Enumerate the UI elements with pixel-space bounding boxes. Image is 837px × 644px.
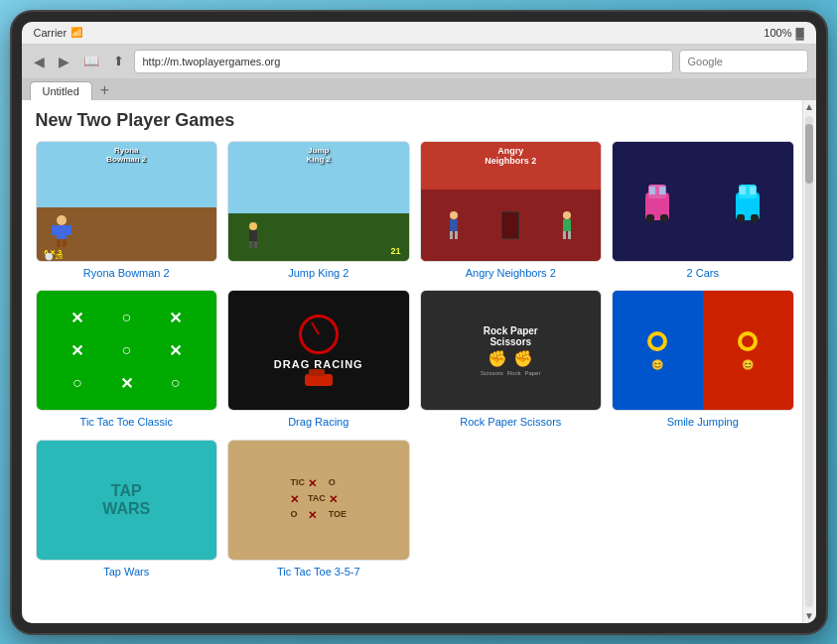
game-card-drag-racing[interactable]: DRAG RACING Drag Racing (227, 290, 410, 430)
status-left: Carrier 📶 (34, 27, 83, 39)
svg-rect-4 (57, 239, 61, 247)
rps-hands: ✊ ✊ (488, 349, 533, 368)
svg-rect-28 (740, 187, 746, 194)
angry-char-right (559, 210, 575, 240)
wifi-icon: 📶 (70, 27, 82, 38)
game-card-ryona-bowman-2[interactable]: RyonaBowman 2 6 ✕ 3 ⚪ 28 (36, 141, 218, 281)
cars-scene (613, 142, 793, 261)
ttt-cell-4: ✕ (55, 335, 100, 365)
game-card-smile-jumping[interactable]: 😊 😊 Smile Jumping (612, 290, 794, 430)
forward-button[interactable]: ▶ (55, 52, 73, 71)
game-title-jumpking: Jump King 2 (288, 266, 349, 280)
svg-point-14 (563, 211, 571, 219)
game-title-tapwars: Tap Wars (103, 565, 149, 579)
scroll-thumb (805, 124, 813, 184)
fist-right: ✊ (513, 349, 533, 368)
svg-rect-8 (249, 241, 252, 248)
scroll-up-button[interactable]: ▲ (804, 102, 814, 112)
new-tab-button[interactable]: + (96, 82, 113, 98)
scroll-track (805, 116, 813, 607)
ttt-cell-8: ✕ (103, 368, 149, 398)
scroll-down-button[interactable]: ▼ (804, 611, 814, 621)
game-card-tap-wars[interactable]: TAPWARS Tap Wars (36, 440, 218, 580)
svg-rect-13 (455, 231, 458, 239)
game-title-2cars: 2 Cars (687, 266, 719, 280)
ttt-cell-1: ✕ (55, 303, 100, 332)
ttt-cell-3: ✕ (152, 303, 198, 332)
ryona-scene: RyonaBowman 2 6 ✕ 3 ⚪ 28 (37, 142, 217, 261)
game-thumb-angry: AngryNeighbors 2 (420, 141, 603, 262)
tab-bar: Untitled + (22, 78, 816, 100)
share-button[interactable]: ⬆ (109, 52, 128, 70)
game-thumb-ryona: RyonaBowman 2 6 ✕ 3 ⚪ 28 (36, 141, 218, 262)
ring-1 (647, 331, 667, 351)
angry-building (421, 190, 602, 261)
ryona-title-text: RyonaBowman 2 (106, 146, 146, 164)
svg-point-0 (57, 215, 67, 225)
smile-face-2: 😊 (742, 359, 754, 370)
game-thumb-ttt357: TIC ✕ O ✕ TAC ✕ O ✕ TOE (227, 440, 410, 561)
ttt357-c4: ✕ (290, 493, 305, 506)
smile-face-1: 😊 (651, 359, 663, 370)
speedometer (299, 315, 339, 354)
ttt357-c3: O (329, 477, 347, 490)
ttt357-grid: TIC ✕ O ✕ TAC ✕ O ✕ TOE (290, 477, 347, 522)
game-thumb-jumpking: JumpKing 2 21 (227, 141, 410, 262)
ttt-bg: ✕ ○ ✕ ✕ ○ ✕ ○ ✕ ○ (37, 291, 217, 410)
status-right: 100% ▓ (764, 27, 803, 39)
back-button[interactable]: ◀ (30, 52, 49, 71)
angry-title-text: AngryNeighbors 2 (485, 146, 536, 168)
svg-rect-3 (67, 225, 71, 235)
drag-car (305, 374, 333, 386)
ttt357-scene: TIC ✕ O ✕ TAC ✕ O ✕ TOE (228, 441, 409, 560)
svg-rect-29 (750, 187, 756, 194)
game-card-rock-paper-scissors[interactable]: Rock PaperScissors ✊ ✊ Scissors Rock Pap… (420, 290, 603, 430)
game-card-angry-neighbors-2[interactable]: AngryNeighbors 2 (420, 141, 603, 281)
ttt357-c6: ✕ (329, 493, 347, 506)
jumpking-scene: JumpKing 2 21 (228, 142, 409, 261)
svg-rect-27 (751, 214, 759, 222)
browser-chrome: ◀ ▶ 📖 ⬆ Untitled + (22, 44, 816, 100)
svg-rect-7 (249, 230, 257, 241)
ryona-score2: ⚪ 28 (45, 253, 64, 261)
game-title-tictactoe: Tic Tac Toe Classic (80, 415, 173, 429)
search-bar[interactable] (679, 50, 808, 73)
car-pink (641, 177, 673, 226)
game-title-ryona: Ryona Bowman 2 (83, 266, 170, 280)
game-card-tic-tac-toe-357[interactable]: TIC ✕ O ✕ TAC ✕ O ✕ TOE (227, 440, 410, 580)
ttt357-c8: ✕ (308, 509, 326, 522)
game-card-tic-tac-toe-classic[interactable]: ✕ ○ ✕ ✕ ○ ✕ ○ ✕ ○ Tic T (36, 290, 218, 430)
speed-needle (311, 322, 320, 335)
rps-title-text: Rock PaperScissors (484, 325, 538, 347)
game-title-angry: Angry Neighbors 2 (466, 266, 556, 280)
browser-tab[interactable]: Untitled (30, 81, 92, 100)
scrollbar: ▲ ▼ (802, 100, 816, 623)
svg-rect-22 (649, 187, 655, 194)
game-title-ttt357: Tic Tac Toe 3-5-7 (277, 565, 360, 579)
drag-car-top (309, 369, 325, 376)
jumpking-score: 21 (390, 246, 400, 256)
fist-left: ✊ (488, 349, 507, 368)
game-thumb-rockpaper: Rock PaperScissors ✊ ✊ Scissors Rock Pap… (420, 290, 603, 411)
browser-content: New Two Player Games RyonaBowman 2 (22, 100, 816, 623)
ttt357-c7: O (290, 509, 305, 522)
game-card-jump-king-2[interactable]: JumpKing 2 21 Jump King 2 (227, 141, 410, 281)
game-title-rps: Rock Paper Scissors (460, 415, 561, 429)
ttt357-c9: TOE (329, 509, 347, 522)
status-bar: Carrier 📶 100% ▓ (22, 22, 816, 44)
url-bar[interactable] (134, 50, 673, 73)
car-blue (732, 177, 764, 226)
game-card-2-cars[interactable]: 2 Cars (612, 141, 794, 281)
bookmark-button[interactable]: 📖 (79, 52, 103, 70)
ttt-cell-5: ○ (103, 335, 149, 365)
svg-rect-20 (646, 214, 654, 222)
tapwars-title-text: TAPWARS (102, 482, 150, 517)
svg-rect-16 (563, 231, 566, 239)
drag-scene: DRAG RACING (228, 291, 409, 410)
rps-rock-label: Rock (507, 370, 521, 376)
game-thumb-smile: 😊 😊 (612, 290, 794, 411)
smile-right-panel: 😊 (703, 291, 793, 410)
game-thumb-dragracing: DRAG RACING (227, 290, 410, 411)
ring-2 (738, 331, 758, 351)
door (501, 211, 519, 239)
